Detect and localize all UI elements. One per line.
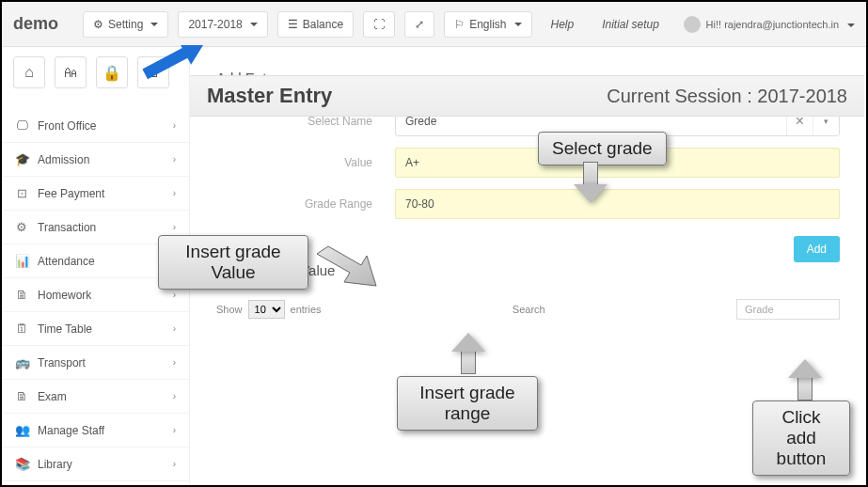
session-label: Current Session : 2017-2018 bbox=[607, 86, 847, 107]
language-dropdown[interactable]: ⚐ English bbox=[444, 11, 531, 38]
search-input[interactable] bbox=[736, 299, 840, 320]
callout-insert-range: Insert grade range bbox=[397, 376, 538, 431]
initial-setup-link[interactable]: Initial setup bbox=[592, 12, 669, 37]
chevron-right-icon: › bbox=[173, 425, 176, 435]
help-link[interactable]: Help bbox=[542, 12, 584, 37]
entries-label: entries bbox=[291, 304, 322, 315]
sidebar-item-label: Library bbox=[38, 458, 72, 471]
master-entry-value-section: Master Entry Value Show 10 entries Searc… bbox=[216, 262, 840, 320]
sidebar-item-label: Admission bbox=[38, 153, 89, 166]
row-value: Value bbox=[216, 148, 840, 178]
callout-insert-value: Insert grade Value bbox=[158, 235, 308, 290]
arrow-up-icon bbox=[788, 359, 822, 401]
sidebar-icon: 📊 bbox=[15, 254, 28, 268]
session-year-dropdown[interactable]: 2017-2018 bbox=[178, 11, 267, 38]
expand-button[interactable]: ⤢ bbox=[404, 11, 434, 38]
chevron-right-icon: › bbox=[173, 154, 176, 165]
sidebar-item-manage-staff[interactable]: 👥Manage Staff› bbox=[2, 414, 189, 448]
page-header: Master Entry Current Session : 2017-2018 bbox=[190, 75, 864, 117]
sidebar-icon: ⊡ bbox=[15, 186, 28, 200]
callout-click-add: Click add button bbox=[752, 401, 850, 476]
label: Help bbox=[551, 18, 575, 31]
sidebar-item-label: Attendance bbox=[38, 255, 95, 268]
sidebar-icon: ⚙ bbox=[15, 220, 28, 234]
sidebar-icon: 🖵 bbox=[15, 118, 28, 133]
chevron-down-icon bbox=[844, 19, 855, 30]
chevron-right-icon: › bbox=[173, 290, 176, 300]
fullscreen-button[interactable]: ⛶ bbox=[363, 11, 395, 38]
chevron-right-icon: › bbox=[173, 120, 176, 131]
label: Setting bbox=[108, 18, 143, 31]
brand-logo: demo bbox=[13, 14, 58, 34]
chevron-right-icon: › bbox=[173, 391, 176, 401]
show-label: Show bbox=[216, 304, 243, 315]
sidebar-item-label: Transaction bbox=[38, 221, 96, 234]
sidebar-item-library[interactable]: 📚Library› bbox=[2, 448, 189, 481]
select-value: Grede bbox=[396, 115, 786, 128]
chevron-right-icon: › bbox=[173, 188, 176, 198]
arrow-down-icon bbox=[574, 162, 608, 203]
sidebar-icon: 🚌 bbox=[15, 355, 28, 369]
sidebar-item-transport[interactable]: 🚌Transport› bbox=[2, 346, 189, 380]
svg-marker-0 bbox=[141, 45, 211, 83]
sidebar-item-front-office[interactable]: 🖵Front Office› bbox=[2, 109, 189, 143]
home-icon[interactable]: ⌂ bbox=[13, 56, 45, 88]
add-button[interactable]: Add bbox=[794, 236, 840, 262]
section2-title: Master Entry Value bbox=[216, 262, 840, 278]
sidebar-item-label: Transport bbox=[38, 356, 86, 369]
sidebar-icon: 🗎 bbox=[15, 288, 28, 302]
balance-button[interactable]: ☰ Balance bbox=[277, 11, 354, 38]
arrow-diag-icon bbox=[312, 237, 378, 303]
annotation-blue-arrow bbox=[141, 45, 216, 83]
range-input[interactable] bbox=[395, 189, 840, 219]
sidebar-icon: 🎓 bbox=[15, 152, 28, 166]
entries-select[interactable]: 10 bbox=[248, 300, 285, 319]
user-menu[interactable]: Hi!! rajendra@junctiontech.in bbox=[684, 16, 855, 33]
table-controls: Show 10 entries Search bbox=[216, 299, 840, 320]
sidebar-icon: 👥 bbox=[15, 423, 28, 437]
sidebar-item-fee-payment[interactable]: ⊡Fee Payment› bbox=[2, 177, 189, 211]
label: 2017-2018 bbox=[188, 18, 242, 31]
sidebar-item-label: Exam bbox=[38, 390, 67, 403]
lock-icon[interactable]: 🔒 bbox=[96, 56, 128, 88]
sidebar-icon: 🗎 bbox=[15, 389, 28, 403]
sidebar-item-time-table[interactable]: 🗓Time Table› bbox=[2, 312, 189, 346]
translate-icon[interactable]: 🗛 bbox=[55, 56, 87, 88]
callout-select-grade: Select grade bbox=[538, 132, 667, 165]
user-greeting: Hi!! rajendra@junctiontech.in bbox=[706, 19, 839, 30]
sidebar-icon: 🗓 bbox=[15, 322, 28, 336]
label-value: Value bbox=[216, 156, 395, 169]
label: Initial setup bbox=[602, 18, 659, 31]
setting-dropdown[interactable]: ⚙ Setting bbox=[83, 11, 168, 38]
search-label: Search bbox=[513, 304, 545, 315]
chevron-right-icon: › bbox=[173, 323, 176, 334]
sidebar-item-label: Homework bbox=[38, 289, 91, 302]
sidebar-item-label: Manage Staff bbox=[38, 424, 104, 437]
sidebar-icon: 📚 bbox=[15, 457, 28, 471]
sidebar-item-label: Front Office bbox=[38, 119, 96, 133]
arrow-up-icon bbox=[451, 333, 485, 374]
label-range: Grade Range bbox=[216, 197, 395, 211]
label: English bbox=[469, 18, 506, 31]
page-title: Master Entry bbox=[207, 84, 332, 108]
sidebar-item-label: Time Table bbox=[38, 322, 92, 336]
row-range: Grade Range bbox=[216, 189, 840, 219]
chevron-right-icon: › bbox=[173, 459, 176, 469]
sidebar-item-exam[interactable]: 🗎Exam› bbox=[2, 380, 189, 414]
topbar: demo ⚙ Setting 2017-2018 ☰ Balance ⛶ ⤢ ⚐… bbox=[2, 2, 866, 47]
label-select-name: Select Name bbox=[216, 115, 395, 128]
avatar bbox=[684, 16, 701, 33]
chevron-right-icon: › bbox=[173, 222, 176, 232]
sidebar-item-label: Fee Payment bbox=[38, 187, 104, 200]
sidebar-item-admission[interactable]: 🎓Admission› bbox=[2, 143, 189, 177]
label: Balance bbox=[303, 18, 343, 31]
chevron-right-icon: › bbox=[173, 357, 176, 368]
svg-marker-1 bbox=[317, 246, 376, 286]
